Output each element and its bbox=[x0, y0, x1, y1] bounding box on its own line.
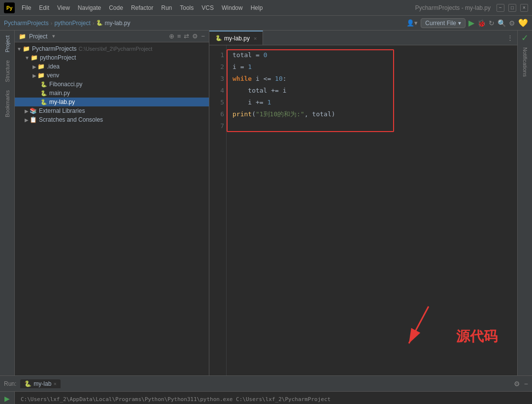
code-view: 1 2 3 4 5 6 7 total = 0 i = 1 while i <=… bbox=[209, 45, 517, 375]
run-button[interactable]: ▶ bbox=[468, 18, 474, 28]
menu-edit[interactable]: Edit bbox=[36, 3, 52, 12]
debug-button[interactable]: 🐞 bbox=[477, 19, 486, 27]
editor-tab-mylab[interactable]: 🐍 my-lab.py × bbox=[209, 31, 263, 45]
close-button[interactable]: × bbox=[520, 4, 528, 12]
menu-code[interactable]: Code bbox=[106, 3, 126, 12]
svg-text:Py: Py bbox=[6, 5, 13, 11]
tree-root[interactable]: ▼ 📁 PycharmProjects C:\Users\lxf_2\Pycha… bbox=[15, 44, 209, 53]
project-panel: 📁 Project ▾ ⊕ ≡ ⇄ ⚙ − ▼ 📁 PycharmProject… bbox=[15, 31, 209, 375]
profile-button[interactable]: ↻ bbox=[489, 19, 495, 27]
run-tab-mylab[interactable]: 🐍 my-lab × bbox=[20, 379, 60, 388]
folder-icon: 📁 bbox=[19, 33, 26, 40]
current-file-button[interactable]: Current File ▾ bbox=[421, 18, 466, 28]
editor-more-tabs[interactable]: ⋮ bbox=[503, 34, 517, 41]
tab-close-icon[interactable]: × bbox=[254, 35, 257, 41]
menu-help[interactable]: Help bbox=[248, 3, 266, 12]
tree-main[interactable]: 🐍 main.py bbox=[15, 89, 209, 98]
tree-external-libs[interactable]: ▶ 📚 External Libraries bbox=[15, 106, 209, 115]
main-area: Project Structure Bookmarks 📁 Project ▾ … bbox=[0, 31, 532, 375]
run-settings-icon[interactable]: ⚙ bbox=[514, 380, 520, 388]
editor-tabs: 🐍 my-lab.py × ⋮ bbox=[209, 31, 517, 45]
settings-button[interactable]: ⚙ bbox=[509, 19, 515, 27]
code-editor[interactable]: total = 0 i = 1 while i <= 10: total += … bbox=[227, 45, 517, 375]
app-logo: Py bbox=[4, 2, 15, 13]
menu-run[interactable]: Run bbox=[158, 3, 175, 12]
run-side-icons: ▶ ▲ ↻ ⬇ 🖨 🗑 bbox=[0, 392, 15, 404]
breadcrumb-file: 🐍 my-lab.py bbox=[96, 20, 130, 27]
sidebar-bookmarks-tab[interactable]: Bookmarks bbox=[3, 87, 11, 120]
maximize-button[interactable]: □ bbox=[508, 4, 516, 12]
run-minimize-icon[interactable]: − bbox=[524, 380, 528, 388]
pycharm-icon: 💛 bbox=[518, 18, 528, 28]
tree-scratches[interactable]: ▶ 📋 Scratches and Consoles bbox=[15, 115, 209, 124]
menu-bar: File Edit View Navigate Code Refactor Ru… bbox=[19, 3, 409, 12]
project-dropdown-icon[interactable]: ▾ bbox=[52, 33, 55, 39]
right-sidebar: ✓ Notifications bbox=[517, 31, 532, 375]
run-body: ▶ ▲ ↻ ⬇ 🖨 🗑 C:\Users\lxf_2\AppData\Local… bbox=[0, 392, 532, 404]
titlebar: Py File Edit View Navigate Code Refactor… bbox=[0, 0, 532, 16]
tree-venv[interactable]: ▶ 📁 venv bbox=[15, 71, 209, 80]
project-tree: ▼ 📁 PycharmProjects C:\Users\lxf_2\Pycha… bbox=[15, 42, 209, 375]
tree-idea[interactable]: ▶ 📁 .idea bbox=[15, 62, 209, 71]
tree-mylab[interactable]: 🐍 my-lab.py bbox=[15, 98, 209, 106]
close-panel-icon[interactable]: − bbox=[201, 33, 205, 40]
bottom-panel: Run: 🐍 my-lab × ⚙ − ▶ ▲ ↻ ⬇ 🖨 🗑 C:\Users… bbox=[0, 375, 532, 404]
breadcrumb-pycharmprojects[interactable]: PycharmProjects bbox=[4, 20, 49, 27]
project-header: 📁 Project ▾ ⊕ ≡ ⇄ ⚙ − bbox=[15, 31, 209, 42]
scratches-icon: 📋 bbox=[30, 116, 37, 123]
run-label: Run: bbox=[4, 380, 16, 387]
menu-vcs[interactable]: VCS bbox=[199, 3, 217, 12]
tree-pythonproject[interactable]: ▼ 📁 pythonProject bbox=[15, 53, 209, 62]
code-check-icon: ✓ bbox=[521, 33, 529, 43]
editor-area: 🐍 my-lab.py × ⋮ 1 2 3 4 5 6 7 total = 0 … bbox=[209, 31, 517, 375]
tree-fibonacci[interactable]: 🐍 Fibonacci.py bbox=[15, 80, 209, 89]
run-tab-close[interactable]: × bbox=[53, 381, 56, 387]
search-button[interactable]: 🔍 bbox=[498, 19, 506, 27]
toolbar-right: 👤▾ Current File ▾ ▶ 🐞 ↻ 🔍 ⚙ 💛 bbox=[406, 18, 528, 28]
menu-navigate[interactable]: Navigate bbox=[75, 3, 104, 12]
breadcrumb-pythonproject[interactable]: pythonProject bbox=[54, 20, 90, 27]
ext-lib-icon: 📚 bbox=[30, 107, 37, 114]
new-file-icon[interactable]: ⊕ bbox=[169, 33, 174, 40]
project-settings-icon[interactable]: ⚙ bbox=[192, 33, 198, 40]
menu-tools[interactable]: Tools bbox=[177, 3, 197, 12]
git-icon[interactable]: 👤▾ bbox=[406, 19, 418, 27]
sidebar-panel-icons: Project Structure Bookmarks bbox=[0, 31, 15, 375]
collapse-icon[interactable]: ≡ bbox=[177, 33, 181, 40]
minimize-button[interactable]: − bbox=[497, 4, 504, 12]
run-tab-icon: 🐍 bbox=[24, 380, 32, 387]
run-play-icon[interactable]: ▶ bbox=[4, 395, 10, 403]
menu-window[interactable]: Window bbox=[219, 3, 246, 12]
run-tab-label: my-lab bbox=[33, 380, 51, 387]
python-file-icon: 🐍 bbox=[96, 20, 103, 26]
run-panel-header: Run: 🐍 my-lab × ⚙ − bbox=[0, 376, 532, 392]
window-title: PycharmProjects - my-lab.py bbox=[415, 4, 491, 11]
project-title: Project bbox=[29, 33, 47, 40]
menu-view[interactable]: View bbox=[54, 3, 73, 12]
project-toolbar: ⊕ ≡ ⇄ ⚙ − bbox=[169, 33, 205, 40]
window-controls: − □ × bbox=[497, 4, 528, 12]
notifications-tab[interactable]: Notifications bbox=[522, 47, 528, 77]
run-command-line: C:\Users\lxf_2\AppData\Local\Programs\Py… bbox=[21, 395, 526, 404]
sidebar-structure-tab[interactable]: Structure bbox=[3, 57, 11, 85]
tab-file-icon: 🐍 bbox=[215, 35, 222, 41]
menu-refactor[interactable]: Refactor bbox=[128, 3, 156, 12]
menu-file[interactable]: File bbox=[19, 3, 34, 12]
run-output: C:\Users\lxf_2\AppData\Local\Programs\Py… bbox=[15, 392, 532, 404]
sidebar-project-tab[interactable]: Project bbox=[3, 33, 11, 55]
sync-icon[interactable]: ⇄ bbox=[184, 33, 189, 40]
line-numbers: 1 2 3 4 5 6 7 bbox=[209, 45, 227, 375]
breadcrumb-toolbar: PycharmProjects › pythonProject › 🐍 my-l… bbox=[0, 16, 532, 31]
tab-label: my-lab.py bbox=[224, 35, 250, 42]
